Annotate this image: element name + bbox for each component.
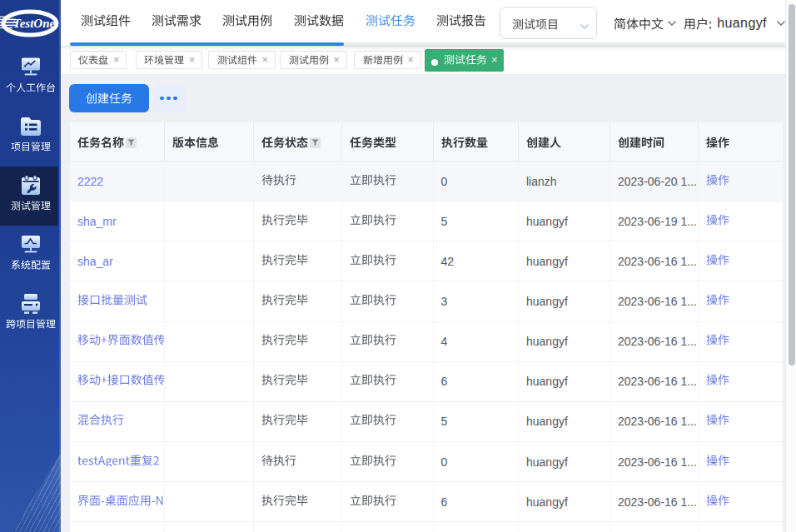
svg-text:TestOne: TestOne (13, 17, 56, 30)
